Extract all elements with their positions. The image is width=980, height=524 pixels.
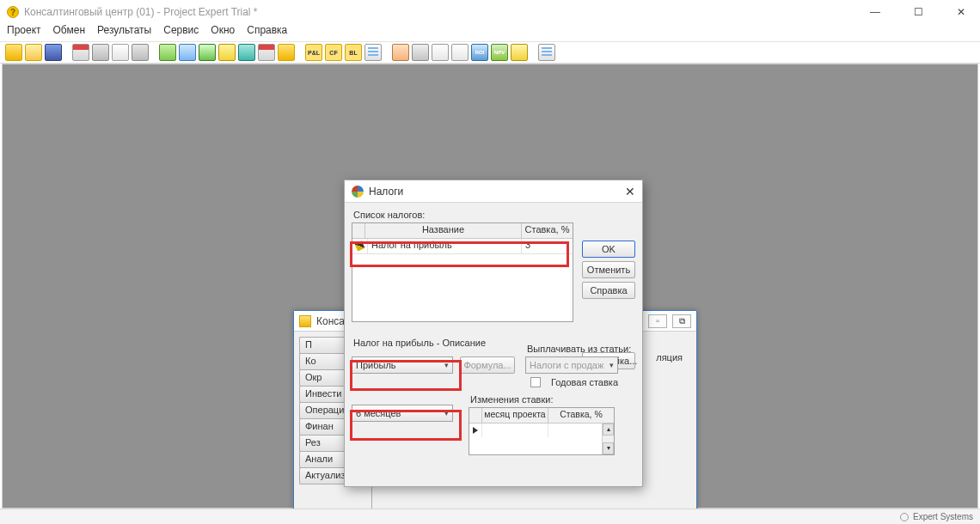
dialog-icon	[352, 186, 364, 198]
tax-table[interactable]: Название Ставка, % Налог на прибыль 3	[352, 222, 573, 322]
minimize-button[interactable]: —	[863, 6, 887, 18]
paidfrom-combo: Налоги с продаж ▾	[525, 356, 618, 374]
tb-db-icon[interactable]	[238, 44, 255, 61]
tb-notes-icon[interactable]	[218, 44, 236, 61]
tb-printer-icon[interactable]	[132, 44, 149, 61]
chevron-down-icon: ▾	[444, 409, 449, 417]
app-icon: ?	[7, 6, 19, 18]
tb-cf-icon[interactable]: CF	[325, 44, 342, 61]
tb-memo-icon[interactable]	[511, 44, 528, 61]
tax-list-label: Список налогов:	[353, 210, 635, 220]
taxes-dialog: Налоги ✕ Список налогов: Название Ставка…	[344, 180, 643, 487]
app-title: Консалтинговый центр (01) - Project Expe…	[24, 6, 258, 18]
menu-help[interactable]: Справка	[247, 24, 287, 41]
mdi-window-icon	[299, 315, 311, 327]
tb-print-icon[interactable]	[92, 44, 109, 61]
tb-pl-icon[interactable]: P&L	[305, 44, 322, 61]
scrollbar[interactable]: ▴ ▾	[602, 423, 614, 454]
tb-open-icon[interactable]	[25, 44, 42, 61]
help-button[interactable]: Справка	[582, 282, 635, 299]
close-button[interactable]: ✕	[949, 6, 973, 18]
menu-results[interactable]: Результаты	[97, 24, 151, 41]
cancel-button[interactable]: Отменить	[582, 261, 635, 278]
tb-folder-icon[interactable]	[278, 44, 295, 61]
maximize-button[interactable]: ☐	[906, 6, 930, 18]
col-rate: Ставка, %	[521, 223, 573, 238]
tb-image-icon[interactable]	[432, 44, 449, 61]
mdi-restore-button[interactable]: ▫	[648, 314, 667, 328]
dialog-close-button[interactable]: ✕	[625, 185, 635, 198]
menu-project[interactable]: Проект	[7, 24, 41, 41]
chevron-down-icon: ▾	[609, 361, 614, 369]
paidfrom-value: Налоги с продаж	[530, 360, 603, 370]
tb-bl-icon[interactable]: BL	[345, 44, 362, 61]
tb-table-icon[interactable]	[179, 44, 196, 61]
tb-chart-icon[interactable]	[199, 44, 216, 61]
tb-search-icon[interactable]	[412, 44, 429, 61]
rate-change-table[interactable]: месяц проекта Ставка, % ▴ ▾	[469, 407, 615, 455]
annual-checkbox[interactable]	[530, 377, 541, 387]
tb-sched-icon[interactable]	[258, 44, 275, 61]
menu-window[interactable]: Окно	[211, 24, 235, 41]
tax-row[interactable]: Налог на прибыль 3	[352, 239, 573, 254]
app-titlebar: ? Консалтинговый центр (01) - Project Ex…	[0, 0, 980, 24]
tax-rate-cell[interactable]: 3	[521, 239, 573, 253]
tb-preview-icon[interactable]	[112, 44, 129, 61]
tb-calendar-icon[interactable]	[72, 44, 89, 61]
menubar: Проект Обмен Результаты Сервис Окно Спра…	[0, 24, 980, 41]
dialog-titlebar: Налоги ✕	[345, 180, 642, 203]
toolbar: P&L CF BL ROI NPV	[0, 41, 980, 64]
menu-service[interactable]: Сервис	[163, 24, 199, 41]
status-icon	[900, 513, 909, 521]
col-month: месяц проекта	[481, 408, 548, 423]
tb-user-icon[interactable]	[392, 44, 409, 61]
base-combo-value: Прибыль	[356, 360, 396, 370]
tb-npv-icon[interactable]: NPV	[491, 44, 508, 61]
mdi-workspace: Консал ▫ ⧉ П Ко Окр Инвести Операци Фина…	[2, 64, 978, 509]
tb-run-icon[interactable]	[159, 44, 176, 61]
tb-roi-icon[interactable]: ROI	[471, 44, 488, 61]
period-combo[interactable]: 6 месяцев ▾	[352, 405, 453, 422]
window-buttons: — ☐ ✕	[863, 6, 973, 18]
scroll-up-icon[interactable]: ▴	[603, 423, 614, 436]
tb-image2-icon[interactable]	[451, 44, 469, 61]
change-label: Изменения ставки:	[470, 394, 615, 405]
row-marker-icon	[473, 427, 478, 434]
tb-save-icon[interactable]	[45, 44, 62, 61]
dialog-title: Налоги	[369, 186, 403, 198]
menu-exchange[interactable]: Обмен	[53, 24, 86, 41]
status-link[interactable]: Expert Systems	[913, 512, 973, 521]
statusbar: Expert Systems	[0, 509, 980, 524]
mdi-close-button[interactable]: ⧉	[672, 314, 691, 328]
tax-name-cell[interactable]: Налог на прибыль	[367, 239, 521, 253]
edit-icon	[355, 241, 365, 252]
tb-new-icon[interactable]	[5, 44, 22, 61]
tb-sheet-icon[interactable]	[538, 44, 555, 61]
chevron-down-icon: ▾	[444, 361, 449, 369]
base-combo[interactable]: Прибыль ▾	[352, 356, 453, 374]
col-name: Название	[364, 223, 521, 238]
scroll-down-icon[interactable]: ▾	[603, 442, 614, 454]
tb-grid-icon[interactable]	[364, 44, 382, 61]
period-value: 6 месяцев	[356, 408, 401, 418]
col-rate2: Ставка, %	[548, 408, 614, 423]
ok-button[interactable]: OK	[582, 241, 635, 258]
annual-label: Годовая ставка	[551, 377, 618, 387]
formula-button[interactable]: Формула...	[460, 356, 515, 374]
